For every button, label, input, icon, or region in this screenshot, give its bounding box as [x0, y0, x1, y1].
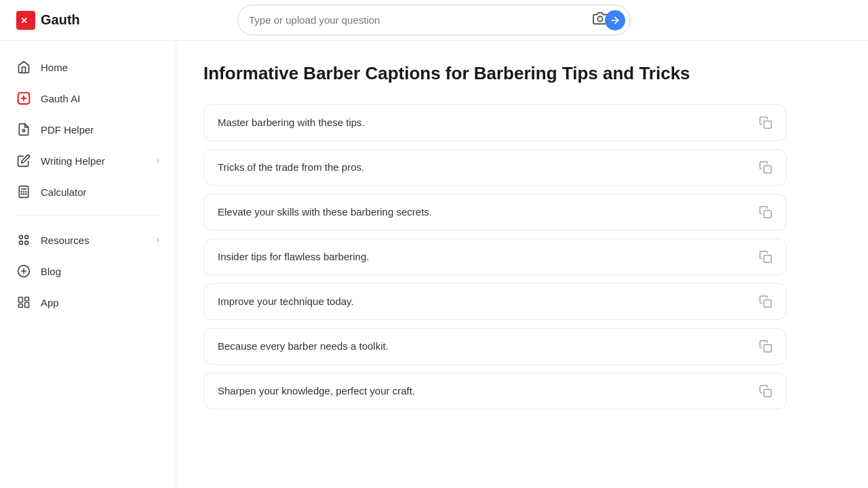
- sidebar-item-blog-label: Blog: [41, 266, 61, 277]
- sidebar-item-home[interactable]: Home: [0, 52, 176, 83]
- svg-point-15: [19, 235, 22, 239]
- resources-chevron-icon: ›: [157, 235, 159, 245]
- sidebar-divider: [16, 216, 159, 216]
- sidebar-item-blog[interactable]: Blog: [0, 256, 176, 287]
- svg-rect-32: [764, 389, 772, 396]
- calculator-icon: [16, 184, 31, 199]
- svg-point-17: [19, 241, 22, 245]
- gauth-ai-icon: [16, 91, 31, 106]
- svg-rect-22: [19, 298, 23, 303]
- svg-rect-23: [19, 304, 23, 308]
- copy-icon-1[interactable]: [759, 116, 772, 129]
- sidebar-item-writing-label: Writing Helper: [41, 155, 105, 167]
- sidebar-item-gauth-ai-label: Gauth AI: [41, 93, 80, 104]
- caption-item-1: Master barbering with these tips.: [203, 104, 787, 141]
- caption-item-5: Improve your technique today.: [203, 283, 787, 320]
- svg-text:✕: ✕: [20, 16, 28, 26]
- caption-text-6: Because every barber needs a toolkit.: [218, 340, 759, 352]
- sidebar-item-calculator-label: Calculator: [41, 186, 87, 198]
- sidebar-item-writing-helper[interactable]: Writing Helper ›: [0, 145, 176, 176]
- caption-text-1: Master barbering with these tips.: [218, 117, 759, 128]
- caption-text-3: Elevate your skills with these barbering…: [218, 206, 759, 218]
- caption-item-4: Insider tips for flawless barbering.: [203, 239, 787, 275]
- caption-item-6: Because every barber needs a toolkit.: [203, 328, 787, 365]
- app-icon: [16, 295, 31, 310]
- caption-text-7: Sharpen your knowledge, perfect your cra…: [218, 385, 759, 396]
- caption-item-2: Tricks of the trade from the pros.: [203, 149, 787, 186]
- copy-icon-6[interactable]: [759, 340, 772, 353]
- pdf-icon: [16, 122, 31, 137]
- writing-chevron-icon: ›: [157, 156, 159, 165]
- home-icon: [16, 60, 31, 75]
- copy-icon-5[interactable]: [759, 295, 772, 308]
- sidebar-item-home-label: Home: [41, 62, 68, 73]
- caption-text-2: Tricks of the trade from the pros.: [218, 161, 759, 173]
- sidebar-item-gauth-ai[interactable]: Gauth AI: [0, 83, 176, 114]
- search-input[interactable]: [249, 14, 587, 26]
- svg-rect-28: [764, 210, 772, 218]
- sidebar-item-app-label: App: [41, 297, 59, 308]
- resources-icon: [16, 232, 31, 247]
- sidebar-item-pdf-label: PDF Helper: [41, 124, 94, 136]
- svg-rect-31: [764, 344, 772, 352]
- svg-point-16: [25, 235, 28, 239]
- logo[interactable]: ✕ Gauth: [16, 11, 80, 30]
- sidebar-item-app[interactable]: App: [0, 287, 176, 318]
- caption-list: Master barbering with these tips. Tricks…: [203, 104, 787, 409]
- caption-text-5: Improve your technique today.: [218, 296, 759, 307]
- search-submit-button[interactable]: [605, 10, 625, 30]
- writing-icon: [16, 153, 31, 168]
- svg-rect-30: [764, 300, 772, 307]
- blog-icon: [16, 264, 31, 279]
- sidebar: Home Gauth AI PDF Helper: [0, 41, 176, 488]
- caption-item-7: Sharpen your knowledge, perfect your cra…: [203, 373, 787, 409]
- sidebar-item-resources[interactable]: Resources ›: [0, 224, 176, 256]
- sidebar-item-calculator[interactable]: Calculator: [0, 176, 176, 207]
- caption-item-3: Elevate your skills with these barbering…: [203, 194, 787, 230]
- page-title: Informative Barber Captions for Barberin…: [203, 62, 746, 85]
- header: ✕ Gauth: [0, 0, 868, 41]
- logo-icon: ✕: [16, 11, 35, 30]
- svg-rect-29: [764, 255, 772, 262]
- svg-point-18: [25, 241, 28, 245]
- logo-text: Gauth: [41, 12, 80, 28]
- main-content: Informative Barber Captions for Barberin…: [176, 41, 868, 488]
- svg-rect-24: [25, 298, 29, 301]
- search-bar[interactable]: [237, 5, 631, 35]
- copy-icon-3[interactable]: [759, 205, 772, 219]
- copy-icon-7[interactable]: [759, 384, 772, 398]
- copy-icon-4[interactable]: [759, 250, 772, 264]
- search-bar-wrapper: [237, 5, 631, 35]
- svg-rect-25: [25, 302, 29, 308]
- svg-rect-27: [764, 165, 772, 173]
- caption-text-4: Insider tips for flawless barbering.: [218, 251, 759, 262]
- sidebar-item-resources-label: Resources: [41, 235, 90, 246]
- svg-point-1: [597, 16, 602, 21]
- main-layout: Home Gauth AI PDF Helper: [0, 41, 868, 488]
- copy-icon-2[interactable]: [759, 161, 772, 174]
- sidebar-item-pdf-helper[interactable]: PDF Helper: [0, 114, 176, 145]
- svg-rect-26: [764, 121, 772, 128]
